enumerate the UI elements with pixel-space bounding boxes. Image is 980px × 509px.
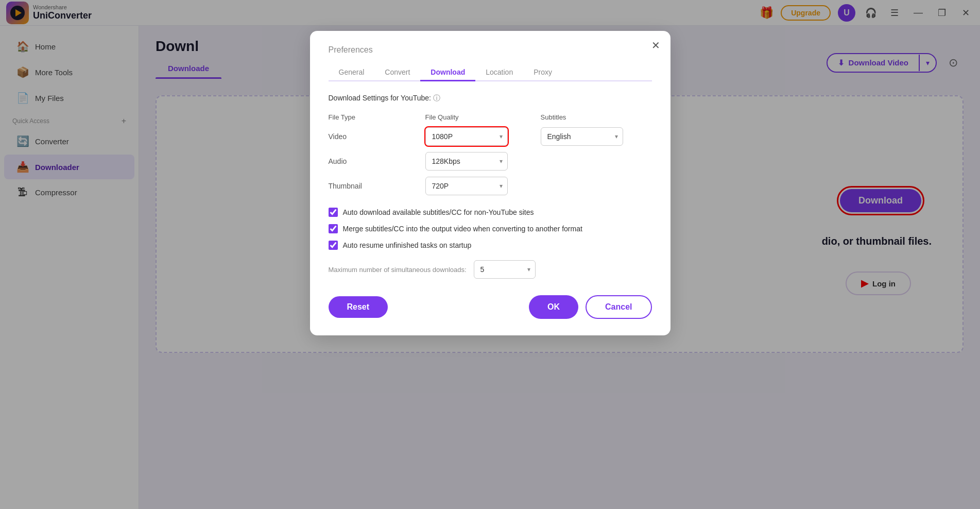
- simultaneous-downloads-row: Maximum number of simultaneous downloads…: [329, 260, 652, 279]
- col-header-subtitles: Subtitles: [541, 113, 652, 121]
- checkbox-auto-resume: Auto resume unfinished tasks on startup: [329, 241, 652, 250]
- simultaneous-label: Maximum number of simultaneous downloads…: [329, 266, 467, 274]
- modal-tab-download[interactable]: Download: [420, 64, 475, 80]
- video-quality-wrapper: 1080P 720P 480P 360P ▾: [425, 127, 508, 146]
- modal-tab-convert[interactable]: Convert: [374, 64, 420, 80]
- ok-button[interactable]: OK: [529, 295, 578, 319]
- preferences-modal: Preferences ✕ General Convert Download L…: [310, 31, 670, 335]
- auto-resume-label: Auto resume unfinished tasks on startup: [343, 241, 472, 249]
- settings-grid: File Type File Quality Subtitles Video 1…: [329, 113, 652, 195]
- modal-tab-location[interactable]: Location: [475, 64, 523, 80]
- auto-resume-checkbox[interactable]: [329, 241, 338, 250]
- auto-subtitles-label: Auto download available subtitles/CC for…: [343, 208, 534, 216]
- modal-close-button[interactable]: ✕: [651, 39, 660, 52]
- merge-subtitles-label: Merge subtitles/CC into the output video…: [343, 225, 582, 233]
- thumbnail-quality-select[interactable]: 720P 480P 360P: [425, 177, 508, 195]
- video-quality-select[interactable]: 1080P 720P 480P 360P: [425, 127, 508, 146]
- modal-tab-proxy[interactable]: Proxy: [523, 64, 562, 80]
- modal-tabs: General Convert Download Location Proxy: [329, 64, 652, 81]
- checkbox-auto-subtitles: Auto download available subtitles/CC for…: [329, 208, 652, 217]
- checkbox-merge-subtitles: Merge subtitles/CC into the output video…: [329, 224, 652, 233]
- audio-quality-select[interactable]: 128Kbps 256Kbps 320Kbps: [425, 152, 508, 171]
- file-type-video: Video: [329, 132, 421, 141]
- subtitle-select-wrapper: English Auto None ▾: [541, 127, 623, 146]
- col-header-file-quality: File Quality: [425, 113, 537, 121]
- audio-quality-wrapper: 128Kbps 256Kbps 320Kbps ▾: [425, 152, 508, 171]
- subtitle-select[interactable]: English Auto None: [541, 127, 623, 146]
- modal-overlay: Preferences ✕ General Convert Download L…: [0, 0, 980, 509]
- file-type-thumbnail: Thumbnail: [329, 182, 421, 190]
- thumbnail-quality-wrapper: 720P 480P 360P ▾: [425, 177, 508, 195]
- col-header-file-type: File Type: [329, 113, 421, 121]
- modal-tab-general[interactable]: General: [329, 64, 375, 80]
- simultaneous-select-wrapper: 1 2 3 4 5 10 ▾: [474, 260, 536, 279]
- modal-right-buttons: OK Cancel: [529, 295, 651, 319]
- file-type-audio: Audio: [329, 157, 421, 165]
- modal-footer: Reset OK Cancel: [329, 295, 652, 319]
- merge-subtitles-checkbox[interactable]: [329, 224, 338, 233]
- simultaneous-select[interactable]: 1 2 3 4 5 10: [474, 260, 536, 279]
- settings-section-title: Download Settings for YouTube: ⓘ: [329, 94, 652, 103]
- auto-subtitles-checkbox[interactable]: [329, 208, 338, 217]
- modal-title: Preferences: [329, 45, 652, 55]
- reset-button[interactable]: Reset: [329, 296, 388, 318]
- cancel-button[interactable]: Cancel: [586, 295, 651, 319]
- info-icon: ⓘ: [433, 94, 440, 102]
